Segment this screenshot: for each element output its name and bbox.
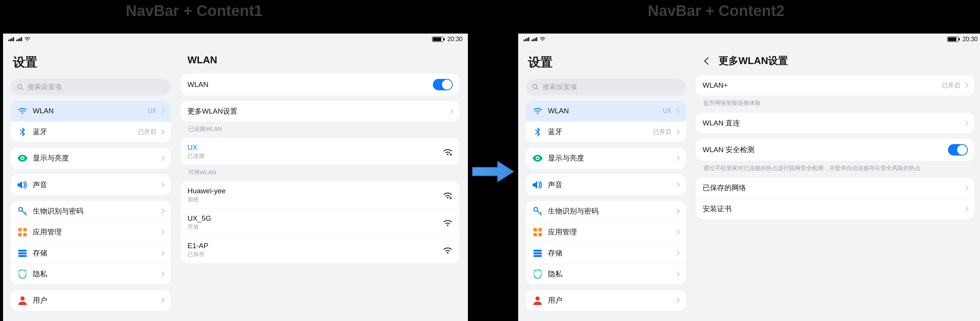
nav-label: 存储 bbox=[548, 248, 670, 258]
section-caption: 已连接WLAN bbox=[181, 125, 460, 133]
chevron-right-icon bbox=[159, 108, 165, 114]
nav-item-privacy[interactable]: 隐私 bbox=[11, 263, 171, 284]
search-box[interactable] bbox=[11, 79, 171, 95]
network-ssid: UX_5G bbox=[187, 214, 437, 223]
search-box[interactable] bbox=[526, 79, 686, 95]
nav-item-privacy[interactable]: 隐私 bbox=[526, 263, 686, 284]
wlan-plus-hint: 提升网络智能连接体验 bbox=[696, 99, 975, 108]
wifi-status-icon bbox=[24, 37, 30, 42]
search-icon bbox=[17, 83, 24, 90]
nav-item-biometric[interactable]: 生物识别与密码 bbox=[526, 201, 686, 221]
nav-label: 隐私 bbox=[548, 269, 670, 279]
svg-rect-8 bbox=[18, 250, 27, 252]
status-bar: 20:30 bbox=[518, 34, 980, 45]
row-label: WLAN+ bbox=[703, 81, 937, 90]
svg-rect-20 bbox=[533, 228, 537, 231]
chevron-right-icon bbox=[963, 185, 969, 191]
nav-label: 用户 bbox=[33, 295, 155, 305]
chevron-right-icon bbox=[159, 230, 165, 235]
nav-item-bluetooth[interactable]: 蓝牙 已开启 bbox=[526, 121, 686, 142]
nav-item-bluetooth[interactable]: 蓝牙 已开启 bbox=[11, 121, 171, 142]
svg-point-27 bbox=[536, 297, 540, 301]
nav-item-display[interactable]: 显示与亮度 bbox=[526, 148, 686, 169]
svg-rect-13 bbox=[450, 154, 452, 156]
row-label: WLAN 直连 bbox=[703, 118, 959, 128]
content-pane: 更多WLAN设置 WLAN+ 已开启 提升网络智能连接体验 WLAN 直连 bbox=[693, 45, 980, 321]
chevron-right-icon bbox=[674, 230, 680, 235]
more-wlan-settings-row[interactable]: 更多WLAN设置 bbox=[181, 101, 460, 122]
svg-rect-10 bbox=[18, 255, 27, 257]
apps-icon bbox=[18, 227, 27, 237]
available-network-row[interactable]: E1-AP已保存 bbox=[181, 236, 460, 263]
wlan-direct-row[interactable]: WLAN 直连 bbox=[696, 113, 975, 133]
nav-item-storage[interactable]: 存储 bbox=[11, 242, 171, 263]
sound-icon bbox=[18, 180, 27, 190]
wlan-plus-row[interactable]: WLAN+ 已开启 bbox=[696, 75, 975, 96]
status-time: 20:30 bbox=[447, 36, 463, 43]
wifi-status-icon bbox=[540, 37, 546, 42]
nav-label: 声音 bbox=[548, 180, 670, 190]
status-time: 20:30 bbox=[962, 36, 978, 43]
nav-item-wlan[interactable]: WLAN UX bbox=[11, 101, 171, 121]
nav-label: 显示与亮度 bbox=[548, 153, 670, 163]
row-label: WLAN bbox=[187, 80, 428, 89]
chevron-right-icon bbox=[963, 83, 969, 88]
nav-item-apps[interactable]: 应用管理 bbox=[11, 221, 171, 242]
caption-right: NavBar + Content2 bbox=[648, 2, 785, 19]
transition-arrow bbox=[471, 156, 515, 187]
wlan-security-hint: 通过手机管家对已连接的热点进行联网安全检测，并暂停自动连接存在安全风险的热点 bbox=[696, 164, 975, 173]
content-title: WLAN bbox=[181, 50, 460, 68]
nav-item-apps[interactable]: 应用管理 bbox=[526, 221, 686, 242]
search-icon bbox=[532, 83, 539, 90]
svg-rect-25 bbox=[533, 252, 542, 254]
svg-rect-26 bbox=[533, 255, 542, 257]
nav-label: 应用管理 bbox=[33, 227, 155, 237]
svg-rect-6 bbox=[18, 233, 22, 236]
row-label: 已保存的网络 bbox=[703, 183, 959, 193]
nav-item-user[interactable]: 用户 bbox=[526, 290, 686, 311]
wifi-signal-icon bbox=[443, 148, 453, 156]
signal-icon bbox=[524, 37, 529, 41]
chevron-right-icon bbox=[159, 271, 165, 277]
nav-label: 声音 bbox=[33, 180, 155, 190]
svg-point-16 bbox=[533, 84, 537, 88]
wlan-security-row[interactable]: WLAN 安全检测 bbox=[696, 139, 975, 161]
device-left: 20:30 设置 WLAN UX bbox=[3, 34, 468, 321]
chevron-right-icon bbox=[674, 156, 680, 161]
available-network-row[interactable]: UX_5G开放 bbox=[181, 209, 460, 236]
toggle-switch[interactable] bbox=[948, 144, 968, 156]
available-network-row[interactable]: Huawei-yee加密 bbox=[181, 181, 460, 209]
nav-label: 用户 bbox=[548, 295, 670, 305]
search-input[interactable] bbox=[27, 83, 165, 91]
wlan-toggle-row[interactable]: WLAN bbox=[181, 74, 460, 96]
nav-item-user[interactable]: 用户 bbox=[11, 290, 171, 311]
nav-item-wlan[interactable]: WLAN UX bbox=[526, 101, 686, 121]
install-cert-row[interactable]: 安装证书 bbox=[696, 198, 975, 219]
shield-icon bbox=[533, 269, 543, 279]
battery-icon bbox=[432, 37, 444, 42]
connected-network-row[interactable]: UX 已连接 bbox=[181, 138, 460, 165]
wifi-signal-icon bbox=[443, 246, 453, 254]
wifi-icon bbox=[18, 106, 27, 116]
wifi-icon bbox=[533, 106, 543, 116]
saved-networks-row[interactable]: 已保存的网络 bbox=[696, 178, 975, 198]
nav-item-sound[interactable]: 声音 bbox=[526, 174, 686, 196]
svg-point-2 bbox=[21, 157, 23, 159]
toggle-switch[interactable] bbox=[433, 79, 453, 90]
nav-item-sound[interactable]: 声音 bbox=[11, 174, 171, 196]
nav-item-biometric[interactable]: 生物识别与密码 bbox=[11, 201, 171, 221]
nav-pane: 设置 WLAN UX 蓝牙 已开启 bbox=[518, 45, 693, 321]
svg-rect-9 bbox=[18, 252, 27, 254]
nav-item-storage[interactable]: 存储 bbox=[526, 242, 686, 263]
wifi-signal-icon bbox=[443, 218, 453, 227]
back-button[interactable] bbox=[703, 56, 713, 66]
chevron-right-icon bbox=[674, 108, 680, 114]
section-caption: 可用WLAN bbox=[181, 169, 460, 176]
eye-icon bbox=[18, 153, 27, 163]
search-input[interactable] bbox=[543, 83, 680, 91]
svg-rect-22 bbox=[533, 233, 537, 236]
nav-label: 蓝牙 bbox=[548, 127, 648, 137]
nav-item-display[interactable]: 显示与亮度 bbox=[11, 148, 171, 169]
nav-tail: UX bbox=[148, 108, 156, 114]
nav-title: 设置 bbox=[526, 50, 686, 73]
